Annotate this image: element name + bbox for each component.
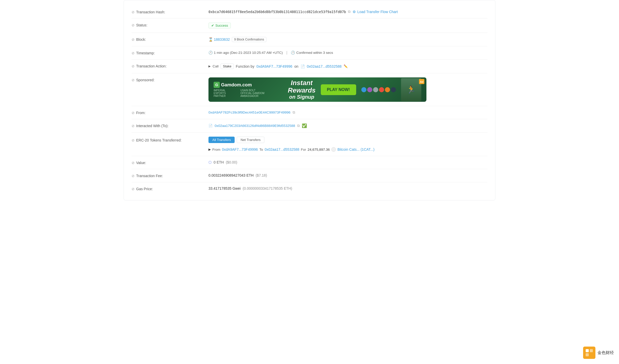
transfer-amount: 24,675,897.36 bbox=[308, 148, 330, 151]
help-icon-status: ⊘ bbox=[132, 23, 135, 27]
divider: | bbox=[286, 50, 287, 55]
value-label: ⊘ Value: bbox=[132, 160, 208, 165]
help-icon-value: ⊘ bbox=[132, 161, 135, 165]
from-label: ⊘ From: bbox=[132, 110, 208, 115]
gamdom-icon: G bbox=[214, 82, 220, 88]
fee-amount: 0.00322469089427043 ETH bbox=[208, 173, 254, 177]
timestamp-label: ⊘ Timestamp: bbox=[132, 50, 208, 55]
ad-person: 🏃 bbox=[401, 78, 421, 101]
block-confirmations-badge: 9 Block Confirmations bbox=[232, 37, 266, 42]
verified-check-icon: ✅ bbox=[302, 123, 307, 128]
help-icon-block: ⊘ bbox=[132, 37, 135, 42]
tx-fee-value-col: 0.00322469089427043 ETH ($7.18) bbox=[208, 173, 487, 177]
call-label: Call bbox=[213, 64, 218, 68]
coin-xrp bbox=[379, 87, 384, 92]
status-label: ⊘ Status: bbox=[132, 23, 208, 27]
copy-interacted-icon[interactable]: ⧉ bbox=[297, 124, 300, 128]
tx-hash-value-col: 0xbca7d646815ff8ee5eda2b6b6d8bf53b0b1314… bbox=[208, 9, 487, 14]
token-name-link[interactable]: Bitcoin Cats... (1CAT...) bbox=[337, 147, 374, 151]
transfer-arrow-icon: ▶ bbox=[208, 148, 211, 151]
value-usd: ($0.00) bbox=[226, 160, 237, 164]
interacted-with-row: ⊘ Interacted With (To): 📄 0x02aa179C203A… bbox=[132, 119, 487, 133]
gas-price-gwei: 33.417178535 Gwei bbox=[208, 186, 241, 190]
gas-price-eth: (0.000000033417178535 ETH) bbox=[243, 186, 292, 190]
timestamp-text: 🕐 1 min ago (Dec-21-2023 10:25:47 AM +UT… bbox=[208, 50, 283, 55]
gas-price-row: ⊘ Gas Price: 33.417178535 Gwei (0.000000… bbox=[132, 182, 487, 195]
ad-badge: Ad bbox=[419, 79, 424, 84]
transfer-line: ▶ From 0xdA9AF7...73F49996 To 0x02aa17..… bbox=[208, 147, 374, 152]
file-icon: 📄 bbox=[301, 64, 305, 68]
block-label: ⊘ Block: bbox=[132, 37, 208, 42]
tx-action-value-col: ▶ Call Stake Function by 0xdA9AF7...73F4… bbox=[208, 64, 487, 69]
help-icon-action: ⊘ bbox=[132, 64, 135, 68]
help-icon-from: ⊘ bbox=[132, 111, 135, 115]
coin-unk bbox=[391, 87, 396, 92]
all-transfers-tab[interactable]: All Transfers bbox=[208, 137, 235, 143]
action-to-addr[interactable]: 0x02aa17...d5532588 bbox=[307, 64, 342, 68]
timestamp-value-col: 🕐 1 min ago (Dec-21-2023 10:25:47 AM +UT… bbox=[208, 50, 487, 55]
hourglass-icon: ⌛ bbox=[208, 37, 213, 42]
copy-from-icon[interactable]: ⧉ bbox=[293, 110, 295, 115]
file-icon-interacted: 📄 bbox=[208, 124, 213, 128]
transfer-from-addr[interactable]: 0xdA9AF7...73F49996 bbox=[222, 147, 258, 151]
sponsored-row: ⊘ Sponsored: G Gamdom.com IMPERIALESPORT… bbox=[132, 73, 487, 106]
eth-icon: ⬡ bbox=[208, 160, 212, 164]
interacted-with-label: ⊘ Interacted With (To): bbox=[132, 123, 208, 128]
ad-main-text: Instant Rewards on Signup bbox=[288, 79, 315, 100]
coin-btc bbox=[361, 87, 366, 92]
from-row: ⊘ From: 0xdA9AF782Fc39c9f9Dec4451e0E44C9… bbox=[132, 106, 487, 119]
copy-txhash-icon[interactable]: ⧉ bbox=[348, 9, 351, 14]
ad-headline: Instant Rewards bbox=[288, 79, 315, 94]
block-value-col: ⌛ 18833632 9 Block Confirmations bbox=[208, 37, 487, 42]
tx-hash-value: 0xbca7d646815ff8ee5eda2b6b6d8bf53b0b1314… bbox=[208, 10, 346, 14]
confirmed-text: 🕐 Confirmed within 3 secs bbox=[291, 50, 333, 55]
help-icon-interacted: ⊘ bbox=[132, 124, 135, 128]
tx-action-label: ⊘ Transaction Action: bbox=[132, 64, 208, 68]
block-row: ⊘ Block: ⌛ 18833632 9 Block Confirmation… bbox=[132, 33, 487, 46]
transfer-for-label: For bbox=[301, 148, 306, 151]
from-value-col: 0xdA9AF782Fc39c9f9Dec4451e0E44C99973F499… bbox=[208, 110, 487, 115]
interacted-with-value-col: 📄 0x02aa179C203A663126df4d86B8849E9fd553… bbox=[208, 123, 487, 128]
fee-usd: ($7.18) bbox=[256, 173, 267, 177]
function-label: Function by bbox=[236, 64, 254, 68]
eth-amount: 0 ETH bbox=[214, 160, 224, 164]
arrow-right-icon: ▶ bbox=[208, 65, 211, 68]
gas-price-label: ⊘ Gas Price: bbox=[132, 186, 208, 191]
interacted-address-link[interactable]: 0x02aa179C203A663126df4d86B8849E9fd55325… bbox=[215, 124, 295, 128]
sponsored-value-col: G Gamdom.com IMPERIALESPORTS PARTNER USA… bbox=[208, 77, 487, 102]
coin-usdt bbox=[373, 87, 378, 92]
tx-fee-row: ⊘ Transaction Fee: 0.00322469089427043 E… bbox=[132, 169, 487, 182]
ad-banner[interactable]: G Gamdom.com IMPERIALESPORTS PARTNER USA… bbox=[208, 77, 426, 102]
action-from-addr[interactable]: 0xdA9AF7...73F49996 bbox=[256, 64, 292, 68]
status-row: ⊘ Status: ✔ Success bbox=[132, 18, 487, 33]
ad-coins bbox=[361, 87, 396, 92]
transfer-to-addr[interactable]: 0x02aa17...d5532588 bbox=[265, 147, 299, 151]
from-address-link[interactable]: 0xdA9AF782Fc39c9f9Dec4451e0E44C99973F499… bbox=[208, 110, 291, 114]
load-flow-button[interactable]: ⚙ Load Transfer Flow Chart bbox=[353, 10, 398, 14]
help-icon-fee: ⊘ bbox=[132, 174, 135, 178]
transfers-tabs: All Transfers Net Transfers bbox=[208, 137, 264, 143]
usain-text: USAIN BOLTOFFICIAL GAMDOM AMBASSADOR bbox=[240, 89, 283, 97]
erc20-row: ⊘ ERC-20 Tokens Transferred: All Transfe… bbox=[132, 133, 487, 156]
net-transfers-tab[interactable]: Net Transfers bbox=[237, 137, 264, 143]
on-label: on bbox=[294, 64, 298, 68]
help-icon-gas: ⊘ bbox=[132, 187, 135, 191]
edit-icon[interactable]: ✏️ bbox=[344, 64, 348, 68]
flow-chart-icon: ⚙ bbox=[353, 10, 356, 14]
tx-hash-label: ⊘ Transaction Hash: bbox=[132, 9, 208, 14]
timestamp-row: ⊘ Timestamp: 🕐 1 min ago (Dec-21-2023 10… bbox=[132, 46, 487, 59]
block-number-link[interactable]: ⌛ 18833632 bbox=[208, 37, 230, 42]
play-now-button[interactable]: PLAY NOW! bbox=[321, 84, 356, 95]
tx-action-row: ⊘ Transaction Action: ▶ Call Stake Funct… bbox=[132, 59, 487, 73]
imperial-text: IMPERIALESPORTS PARTNER bbox=[214, 89, 238, 97]
transfer-to-label: To bbox=[259, 148, 263, 151]
value-row: ⊘ Value: ⬡ 0 ETH ($0.00) bbox=[132, 156, 487, 169]
ad-sub: on Signup bbox=[288, 94, 315, 100]
coin-mc bbox=[385, 87, 390, 92]
help-icon-erc20: ⊘ bbox=[132, 138, 135, 142]
gas-price-value-col: 33.417178535 Gwei (0.000000033417178535 … bbox=[208, 186, 487, 190]
coin-eth bbox=[367, 87, 372, 92]
erc20-label: ⊘ ERC-20 Tokens Transferred: bbox=[132, 137, 208, 142]
transfer-from-label: From bbox=[212, 148, 221, 151]
status-badge: ✔ Success bbox=[208, 23, 231, 28]
